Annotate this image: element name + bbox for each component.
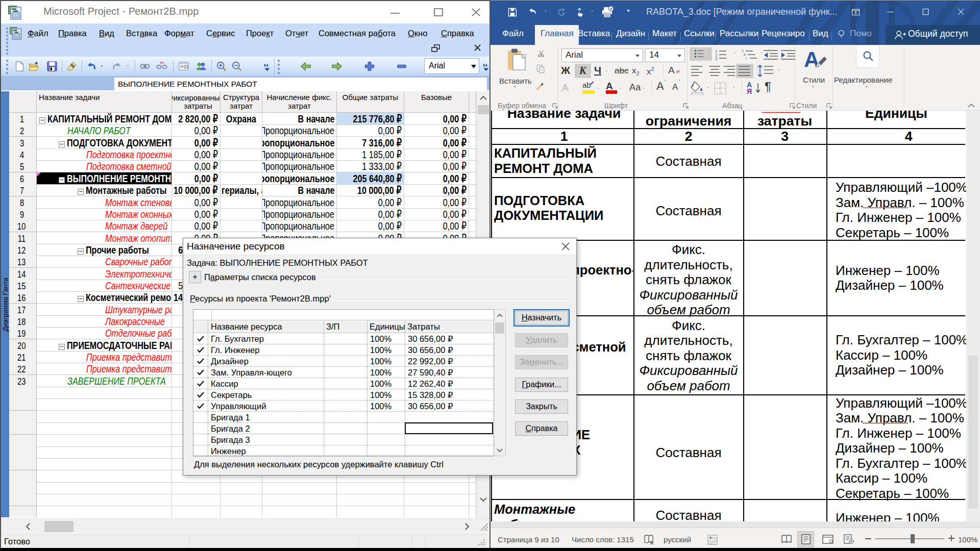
svg-text:i: i [746,57,747,60]
svg-text:a: a [744,53,746,56]
svg-text:A: A [804,47,819,71]
svg-text:3: 3 [715,57,718,60]
svg-text:1: 1 [742,49,744,53]
